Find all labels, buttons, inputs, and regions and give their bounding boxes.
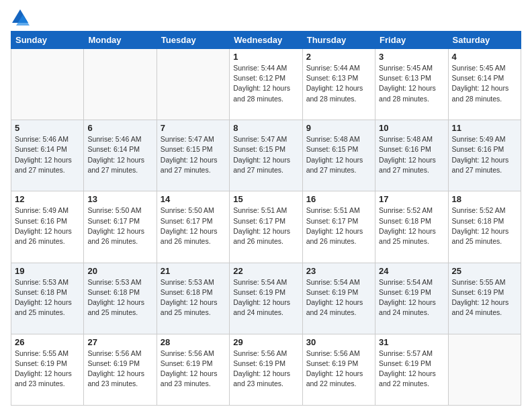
weekday-header-saturday: Saturday bbox=[448, 32, 521, 49]
calendar-cell: 21Sunrise: 5:53 AM Sunset: 6:18 PM Dayli… bbox=[157, 263, 229, 334]
calendar-cell: 26Sunrise: 5:55 AM Sunset: 6:19 PM Dayli… bbox=[11, 334, 84, 405]
calendar-cell: 16Sunrise: 5:51 AM Sunset: 6:17 PM Dayli… bbox=[302, 191, 375, 263]
day-detail: Sunrise: 5:46 AM Sunset: 6:14 PM Dayligh… bbox=[15, 134, 80, 175]
calendar-cell: 8Sunrise: 5:47 AM Sunset: 6:15 PM Daylig… bbox=[230, 120, 302, 191]
calendar-cell: 19Sunrise: 5:53 AM Sunset: 6:18 PM Dayli… bbox=[11, 263, 84, 334]
calendar-cell: 25Sunrise: 5:55 AM Sunset: 6:19 PM Dayli… bbox=[448, 263, 521, 334]
calendar-week-4: 19Sunrise: 5:53 AM Sunset: 6:18 PM Dayli… bbox=[11, 263, 521, 334]
calendar-cell: 9Sunrise: 5:48 AM Sunset: 6:15 PM Daylig… bbox=[302, 120, 375, 191]
day-number: 1 bbox=[233, 52, 298, 62]
day-number: 19 bbox=[15, 266, 80, 276]
calendar-cell bbox=[11, 49, 84, 120]
calendar-cell: 30Sunrise: 5:56 AM Sunset: 6:19 PM Dayli… bbox=[302, 334, 375, 405]
calendar-cell: 27Sunrise: 5:56 AM Sunset: 6:19 PM Dayli… bbox=[84, 334, 157, 405]
calendar-cell: 18Sunrise: 5:52 AM Sunset: 6:18 PM Dayli… bbox=[448, 191, 521, 263]
calendar-cell: 23Sunrise: 5:54 AM Sunset: 6:19 PM Dayli… bbox=[302, 263, 375, 334]
day-number: 11 bbox=[452, 123, 517, 133]
day-number: 16 bbox=[306, 194, 371, 204]
calendar-cell: 5Sunrise: 5:46 AM Sunset: 6:14 PM Daylig… bbox=[11, 120, 84, 191]
day-detail: Sunrise: 5:51 AM Sunset: 6:17 PM Dayligh… bbox=[233, 205, 298, 246]
calendar-cell: 29Sunrise: 5:56 AM Sunset: 6:19 PM Dayli… bbox=[230, 334, 302, 405]
calendar-week-2: 5Sunrise: 5:46 AM Sunset: 6:14 PM Daylig… bbox=[11, 120, 521, 191]
day-number: 29 bbox=[233, 337, 298, 347]
calendar-cell: 15Sunrise: 5:51 AM Sunset: 6:17 PM Dayli… bbox=[230, 191, 302, 263]
calendar-cell: 2Sunrise: 5:44 AM Sunset: 6:13 PM Daylig… bbox=[302, 49, 375, 120]
day-detail: Sunrise: 5:54 AM Sunset: 6:19 PM Dayligh… bbox=[233, 277, 298, 318]
weekday-header-wednesday: Wednesday bbox=[230, 32, 302, 49]
logo-icon bbox=[11, 8, 30, 27]
calendar-cell: 4Sunrise: 5:45 AM Sunset: 6:14 PM Daylig… bbox=[448, 49, 521, 120]
weekday-header-sunday: Sunday bbox=[11, 32, 84, 49]
day-detail: Sunrise: 5:51 AM Sunset: 6:17 PM Dayligh… bbox=[306, 205, 371, 246]
calendar-cell: 12Sunrise: 5:49 AM Sunset: 6:16 PM Dayli… bbox=[11, 191, 84, 263]
page: SundayMondayTuesdayWednesdayThursdayFrid… bbox=[0, 0, 532, 411]
calendar-cell: 22Sunrise: 5:54 AM Sunset: 6:19 PM Dayli… bbox=[230, 263, 302, 334]
day-number: 12 bbox=[15, 194, 80, 204]
day-detail: Sunrise: 5:55 AM Sunset: 6:19 PM Dayligh… bbox=[15, 349, 80, 390]
calendar-cell bbox=[157, 49, 229, 120]
day-number: 3 bbox=[379, 52, 444, 62]
calendar-week-5: 26Sunrise: 5:55 AM Sunset: 6:19 PM Dayli… bbox=[11, 334, 521, 405]
day-detail: Sunrise: 5:54 AM Sunset: 6:19 PM Dayligh… bbox=[379, 277, 444, 318]
calendar-header-row: SundayMondayTuesdayWednesdayThursdayFrid… bbox=[11, 32, 521, 49]
calendar-cell bbox=[448, 334, 521, 405]
calendar-cell bbox=[84, 49, 157, 120]
day-number: 6 bbox=[87, 123, 152, 133]
header bbox=[11, 8, 521, 27]
day-detail: Sunrise: 5:57 AM Sunset: 6:19 PM Dayligh… bbox=[379, 349, 444, 390]
day-number: 25 bbox=[452, 266, 517, 276]
day-number: 9 bbox=[306, 123, 371, 133]
calendar-cell: 31Sunrise: 5:57 AM Sunset: 6:19 PM Dayli… bbox=[375, 334, 448, 405]
day-detail: Sunrise: 5:47 AM Sunset: 6:15 PM Dayligh… bbox=[233, 134, 298, 175]
day-number: 28 bbox=[161, 337, 226, 347]
day-number: 18 bbox=[452, 194, 517, 204]
day-detail: Sunrise: 5:52 AM Sunset: 6:18 PM Dayligh… bbox=[379, 205, 444, 246]
day-number: 13 bbox=[87, 194, 152, 204]
calendar-week-3: 12Sunrise: 5:49 AM Sunset: 6:16 PM Dayli… bbox=[11, 191, 521, 263]
weekday-header-monday: Monday bbox=[84, 32, 157, 49]
calendar-cell: 1Sunrise: 5:44 AM Sunset: 6:12 PM Daylig… bbox=[230, 49, 302, 120]
calendar-cell: 6Sunrise: 5:46 AM Sunset: 6:14 PM Daylig… bbox=[84, 120, 157, 191]
day-number: 31 bbox=[379, 337, 444, 347]
day-detail: Sunrise: 5:49 AM Sunset: 6:16 PM Dayligh… bbox=[15, 205, 80, 246]
day-detail: Sunrise: 5:44 AM Sunset: 6:13 PM Dayligh… bbox=[306, 63, 371, 104]
day-detail: Sunrise: 5:44 AM Sunset: 6:12 PM Dayligh… bbox=[233, 63, 298, 104]
day-detail: Sunrise: 5:45 AM Sunset: 6:14 PM Dayligh… bbox=[452, 63, 517, 104]
calendar-cell: 7Sunrise: 5:47 AM Sunset: 6:15 PM Daylig… bbox=[157, 120, 229, 191]
day-number: 7 bbox=[161, 123, 226, 133]
day-detail: Sunrise: 5:53 AM Sunset: 6:18 PM Dayligh… bbox=[15, 277, 80, 318]
day-detail: Sunrise: 5:55 AM Sunset: 6:19 PM Dayligh… bbox=[452, 277, 517, 318]
day-number: 2 bbox=[306, 52, 371, 62]
day-detail: Sunrise: 5:56 AM Sunset: 6:19 PM Dayligh… bbox=[87, 349, 152, 390]
day-detail: Sunrise: 5:53 AM Sunset: 6:18 PM Dayligh… bbox=[161, 277, 226, 318]
day-detail: Sunrise: 5:47 AM Sunset: 6:15 PM Dayligh… bbox=[161, 134, 226, 175]
day-detail: Sunrise: 5:50 AM Sunset: 6:17 PM Dayligh… bbox=[161, 205, 226, 246]
day-number: 23 bbox=[306, 266, 371, 276]
day-number: 21 bbox=[161, 266, 226, 276]
calendar-cell: 17Sunrise: 5:52 AM Sunset: 6:18 PM Dayli… bbox=[375, 191, 448, 263]
calendar-table: SundayMondayTuesdayWednesdayThursdayFrid… bbox=[11, 31, 521, 406]
calendar-cell: 14Sunrise: 5:50 AM Sunset: 6:17 PM Dayli… bbox=[157, 191, 229, 263]
day-detail: Sunrise: 5:56 AM Sunset: 6:19 PM Dayligh… bbox=[161, 349, 226, 390]
calendar-cell: 11Sunrise: 5:49 AM Sunset: 6:16 PM Dayli… bbox=[448, 120, 521, 191]
day-number: 15 bbox=[233, 194, 298, 204]
day-number: 17 bbox=[379, 194, 444, 204]
day-number: 20 bbox=[87, 266, 152, 276]
day-number: 30 bbox=[306, 337, 371, 347]
day-detail: Sunrise: 5:50 AM Sunset: 6:17 PM Dayligh… bbox=[87, 205, 152, 246]
day-detail: Sunrise: 5:48 AM Sunset: 6:16 PM Dayligh… bbox=[379, 134, 444, 175]
day-number: 24 bbox=[379, 266, 444, 276]
day-detail: Sunrise: 5:49 AM Sunset: 6:16 PM Dayligh… bbox=[452, 134, 517, 175]
day-number: 10 bbox=[379, 123, 444, 133]
calendar-cell: 10Sunrise: 5:48 AM Sunset: 6:16 PM Dayli… bbox=[375, 120, 448, 191]
calendar-cell: 20Sunrise: 5:53 AM Sunset: 6:18 PM Dayli… bbox=[84, 263, 157, 334]
weekday-header-thursday: Thursday bbox=[302, 32, 375, 49]
day-number: 27 bbox=[87, 337, 152, 347]
day-detail: Sunrise: 5:56 AM Sunset: 6:19 PM Dayligh… bbox=[306, 349, 371, 390]
calendar-cell: 24Sunrise: 5:54 AM Sunset: 6:19 PM Dayli… bbox=[375, 263, 448, 334]
calendar-cell: 3Sunrise: 5:45 AM Sunset: 6:13 PM Daylig… bbox=[375, 49, 448, 120]
calendar-cell: 28Sunrise: 5:56 AM Sunset: 6:19 PM Dayli… bbox=[157, 334, 229, 405]
day-detail: Sunrise: 5:46 AM Sunset: 6:14 PM Dayligh… bbox=[87, 134, 152, 175]
day-detail: Sunrise: 5:52 AM Sunset: 6:18 PM Dayligh… bbox=[452, 205, 517, 246]
day-number: 8 bbox=[233, 123, 298, 133]
